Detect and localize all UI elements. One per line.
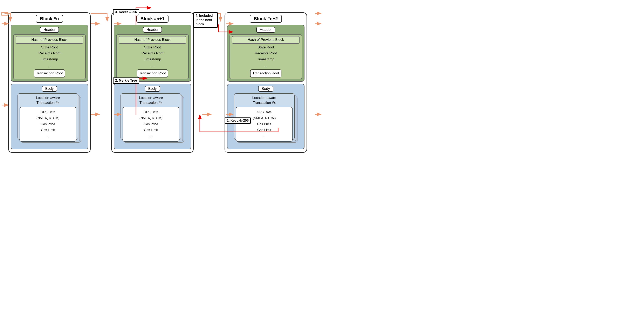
annotation-keccak1: 1. Keccak-256	[224, 118, 251, 124]
block-n1-body-label: Body	[145, 86, 160, 92]
block-n1-header-label: Header	[143, 27, 162, 33]
block-n2-receipts-root: Receipts Root	[232, 50, 300, 56]
block-n-ellipsis: ...	[16, 62, 83, 68]
block-n-title: Block #n	[36, 15, 63, 23]
blocks-row: Block #n Header Hash of Previous Block S…	[2, 2, 322, 166]
block-n-wrapper: Block #n Header Hash of Previous Block S…	[8, 12, 91, 153]
block-n-timestamp: Timestamp	[16, 56, 83, 62]
block-n1-tx-root: Transaction Root	[137, 70, 168, 78]
block-n2-hash-field: Hash of Previous Block	[232, 36, 300, 44]
block-n1-tx-inner: GPS Data(NMEA, RTCM)Gas PriceGas Limit..…	[122, 107, 179, 142]
block-n2-header-label: Header	[256, 27, 275, 33]
block-n-tx-card-main: Location-awareTransaction #x GPS Data(NM…	[18, 93, 78, 140]
block-n2-ellipsis: ...	[232, 62, 300, 68]
block-n2-state-root: State Root	[232, 44, 300, 50]
block-n2-body-label: Body	[258, 86, 273, 92]
annotation-merkle2: 2. Merkle Tree	[113, 78, 139, 84]
block-n-tx-inner: GPS Data(NMEA, RTCM)Gas PriceGas Limit..…	[20, 107, 76, 142]
diagram-container: Block #n Header Hash of Previous Block S…	[0, 0, 322, 166]
block-n2-outer: Block #n+2 Header Hash of Previous Block…	[224, 12, 307, 153]
block-n-tx-stack: Location-awareTransaction #x GPS Data(NM…	[18, 93, 82, 147]
block-n1-tx-title: Location-awareTransaction #x	[122, 96, 179, 105]
block-n1-timestamp: Timestamp	[119, 56, 186, 62]
block-n-header-label: Header	[40, 27, 59, 33]
annotation-keccak3: 3. Keccak-256	[113, 9, 139, 15]
block-n2-header-fields: Hash of Previous Block State Root Receip…	[230, 34, 302, 79]
block-n-header-fields: Hash of Previous Block State Root Receip…	[13, 34, 86, 79]
block-n1-title: Block #n+1	[136, 15, 169, 23]
block-n-header: Header Hash of Previous Block State Root…	[11, 25, 88, 82]
block-n2-body: Body Location-awareTransaction #x GPS Da…	[227, 84, 304, 150]
block-n-body: Body Location-awareTransaction #x GPS Da…	[11, 84, 88, 150]
block-n-tx-root: Transaction Root	[34, 70, 65, 78]
block-n1-hash-field: Hash of Previous Block	[119, 36, 186, 44]
block-n2-tx-inner: GPS Data(NMEA, RTCM)Gas PriceGas Limit..…	[236, 107, 292, 142]
block-n-receipts-root: Receipts Root	[16, 50, 83, 56]
block-n2-tx-title: Location-awareTransaction #x	[236, 96, 292, 105]
block-n2-wrapper: Block #n+2 Header Hash of Previous Block…	[224, 12, 307, 153]
block-n1-header: Header Hash of Previous Block State Root…	[114, 25, 191, 82]
block-n1-ellipsis: ...	[119, 62, 186, 68]
annotation-included4: 4. Included in the next block	[193, 12, 218, 28]
block-n-outer: Block #n Header Hash of Previous Block S…	[8, 12, 91, 153]
block-n-tx-title: Location-awareTransaction #x	[20, 96, 76, 105]
block-n1-state-root: State Root	[119, 44, 186, 50]
block-n1-body: Body Location-awareTransaction #x GPS Da…	[114, 84, 191, 150]
block-n-state-root: State Root	[16, 44, 83, 50]
block-n2-header: Header Hash of Previous Block State Root…	[227, 25, 304, 82]
block-n-body-label: Body	[42, 86, 57, 92]
block-n-hash-field: Hash of Previous Block	[16, 36, 83, 44]
block-n2-title: Block #n+2	[250, 15, 282, 23]
block-n1-header-fields: Hash of Previous Block State Root Receip…	[116, 34, 189, 79]
block-n1-tx-card-main: Location-awareTransaction #x GPS Data(NM…	[120, 93, 181, 140]
block-n2-timestamp: Timestamp	[232, 56, 300, 62]
block-n2-tx-root: Transaction Root	[250, 70, 282, 78]
block-n1-receipts-root: Receipts Root	[119, 50, 186, 56]
block-n2-tx-card-main: Location-awareTransaction #x GPS Data(NM…	[234, 93, 294, 140]
block-n1-tx-stack: Location-awareTransaction #x GPS Data(NM…	[120, 93, 184, 147]
